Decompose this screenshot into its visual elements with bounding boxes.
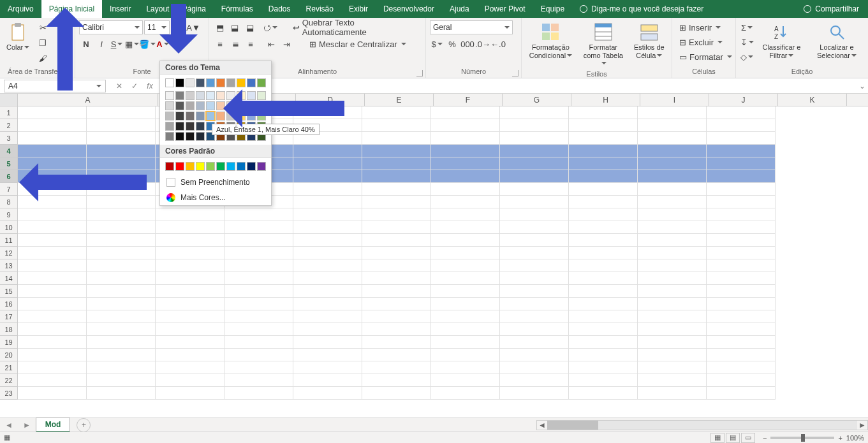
- cell[interactable]: [500, 119, 569, 132]
- zoom-slider[interactable]: [770, 437, 834, 439]
- tab-powerpivot[interactable]: Power Pivot: [477, 0, 533, 18]
- cell[interactable]: [362, 132, 431, 145]
- column-header[interactable]: I: [640, 94, 709, 106]
- cell[interactable]: [707, 234, 776, 247]
- cell[interactable]: [224, 298, 293, 310]
- cell[interactable]: [362, 157, 431, 170]
- decrease-decimal-button[interactable]: ←.0: [491, 37, 505, 51]
- cell[interactable]: [293, 170, 362, 183]
- cell[interactable]: [18, 106, 87, 119]
- cell[interactable]: [707, 272, 776, 285]
- cell[interactable]: [156, 349, 224, 361]
- normal-view-button[interactable]: ▦: [710, 433, 725, 443]
- cell[interactable]: [638, 132, 707, 145]
- borders-button[interactable]: ▦: [125, 37, 139, 51]
- cell[interactable]: [500, 157, 569, 170]
- cell[interactable]: [362, 285, 431, 298]
- cell[interactable]: [638, 170, 707, 183]
- cell[interactable]: [362, 374, 431, 387]
- cell[interactable]: [638, 285, 707, 298]
- cell[interactable]: [293, 157, 362, 170]
- cell[interactable]: [500, 374, 569, 387]
- cell[interactable]: [431, 196, 500, 208]
- align-right-button[interactable]: ≡: [244, 37, 258, 51]
- cell[interactable]: [362, 196, 431, 208]
- color-swatch[interactable]: [226, 78, 235, 87]
- color-swatch[interactable]: [175, 112, 184, 120]
- autosum-button[interactable]: Σ: [740, 20, 754, 34]
- cell[interactable]: [362, 145, 431, 157]
- color-swatch[interactable]: [165, 162, 174, 171]
- cell[interactable]: [293, 259, 362, 272]
- column-header[interactable]: H: [571, 94, 640, 106]
- cell[interactable]: [87, 310, 156, 323]
- align-bottom-button[interactable]: ⬓: [243, 20, 256, 34]
- cell[interactable]: [638, 247, 707, 259]
- cell[interactable]: [362, 106, 431, 119]
- increase-indent-button[interactable]: ⇥: [279, 37, 293, 51]
- color-swatch[interactable]: [186, 101, 195, 110]
- percent-format-button[interactable]: %: [445, 37, 459, 51]
- sort-filter-button[interactable]: AZClassificar e Filtrar: [758, 20, 805, 61]
- color-swatch[interactable]: [206, 78, 215, 87]
- cell[interactable]: [569, 196, 638, 208]
- cell[interactable]: [18, 361, 87, 374]
- conditional-formatting-button[interactable]: Formatação Condicional: [526, 20, 576, 61]
- record-macro-icon[interactable]: ▦: [4, 433, 10, 442]
- cell[interactable]: [224, 387, 293, 400]
- cell[interactable]: [293, 323, 362, 336]
- cell[interactable]: [638, 259, 707, 272]
- cell[interactable]: [500, 106, 569, 119]
- accounting-format-button[interactable]: $: [430, 37, 444, 51]
- cell[interactable]: [87, 272, 156, 285]
- color-swatch[interactable]: [186, 122, 195, 131]
- row-header[interactable]: 23: [0, 387, 18, 400]
- cell[interactable]: [18, 234, 87, 247]
- row-header[interactable]: 3: [0, 132, 18, 145]
- cell[interactable]: [293, 196, 362, 208]
- cell[interactable]: [431, 208, 500, 221]
- cell[interactable]: [18, 259, 87, 272]
- cell[interactable]: [500, 259, 569, 272]
- color-swatch[interactable]: [196, 162, 205, 171]
- column-header[interactable]: A: [18, 94, 158, 106]
- row-header[interactable]: 16: [0, 298, 18, 310]
- cell[interactable]: [18, 349, 87, 361]
- find-select-button[interactable]: Localizar e Selecionar: [809, 20, 864, 61]
- cell[interactable]: [707, 221, 776, 234]
- format-cells-button[interactable]: ▭Formatar: [676, 50, 735, 64]
- color-swatch[interactable]: [175, 91, 184, 100]
- zoom-in-button[interactable]: +: [838, 434, 842, 442]
- align-top-button[interactable]: ⬒: [213, 20, 226, 34]
- cell[interactable]: [569, 234, 638, 247]
- cell[interactable]: [638, 310, 707, 323]
- cell[interactable]: [362, 361, 431, 374]
- color-swatch[interactable]: [206, 112, 215, 120]
- color-swatch[interactable]: [237, 78, 246, 87]
- cell[interactable]: [431, 247, 500, 259]
- cell[interactable]: [638, 361, 707, 374]
- row-header[interactable]: 15: [0, 285, 18, 298]
- cell[interactable]: [707, 183, 776, 196]
- color-swatch[interactable]: [257, 162, 266, 171]
- cell[interactable]: [707, 323, 776, 336]
- cell[interactable]: [707, 361, 776, 374]
- cell[interactable]: [293, 374, 362, 387]
- cell[interactable]: [362, 183, 431, 196]
- italic-button[interactable]: I: [94, 37, 108, 51]
- cell[interactable]: [500, 387, 569, 400]
- tab-review[interactable]: Revisão: [298, 0, 341, 18]
- row-header[interactable]: 1: [0, 106, 18, 119]
- cell[interactable]: [500, 170, 569, 183]
- prev-sheet-button[interactable]: ◄: [0, 421, 18, 430]
- cell[interactable]: [638, 387, 707, 400]
- cell[interactable]: [431, 259, 500, 272]
- insert-cells-button[interactable]: ⊞Inserir: [676, 20, 735, 34]
- cell[interactable]: [431, 298, 500, 310]
- row-header[interactable]: 9: [0, 208, 18, 221]
- row-header[interactable]: 11: [0, 234, 18, 247]
- cell[interactable]: [569, 336, 638, 349]
- cell[interactable]: [707, 336, 776, 349]
- color-swatch[interactable]: [247, 78, 256, 87]
- cell[interactable]: [431, 221, 500, 234]
